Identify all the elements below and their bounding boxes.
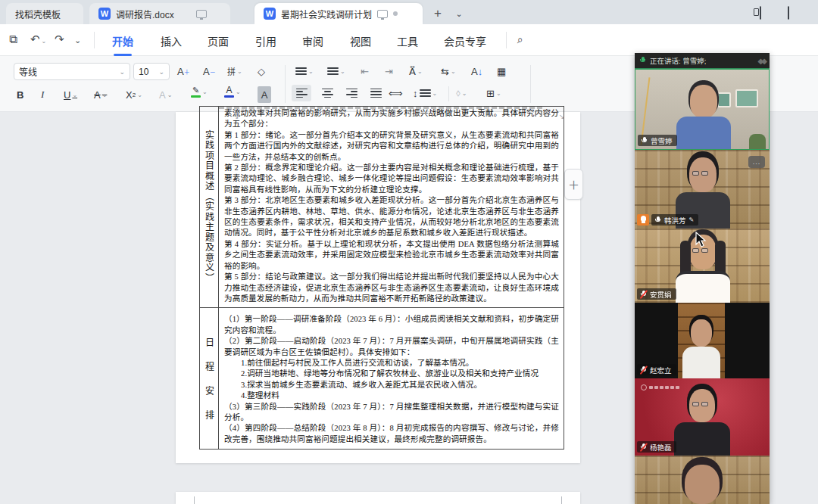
table-row[interactable]: 日程安排 （1）第一阶段——调研准备阶段（2023 年 6 月）：小组成员阅读相… bbox=[200, 308, 564, 449]
video-tile-zengxueting[interactable]: 曾雪婷 bbox=[635, 69, 770, 150]
menu-reference[interactable]: 引用 bbox=[251, 31, 281, 51]
margin-mark: ↘ bbox=[233, 113, 239, 120]
doc-paragraph: 第 5 部分：结论与政策建议。这一部分我们得出结论并提出新时代我们要坚持以人民为… bbox=[224, 272, 559, 304]
menu-member[interactable]: 会员专享 bbox=[439, 31, 491, 51]
font-size-select[interactable]: 10⌄ bbox=[133, 63, 170, 80]
table-row[interactable]: 实践项目概述（实践主题及意义） 素流动效率对共同富裕的影响研究，从而为实施乡村振… bbox=[200, 107, 564, 308]
tab-doc-report[interactable]: W 调研报告.docx bbox=[89, 3, 230, 24]
menu-home[interactable]: 开始 bbox=[108, 31, 138, 51]
quickbar-chevron-icon[interactable]: ⌄ bbox=[74, 33, 81, 45]
margin-mark: ↘ bbox=[559, 113, 565, 120]
integrations-cube-icon[interactable] bbox=[788, 7, 789, 19]
tab-list-chevron-icon[interactable]: ⌄ bbox=[450, 5, 468, 23]
increase-indent-icon[interactable]: ⇥ bbox=[385, 63, 393, 79]
tab-template-home[interactable]: 找稻壳模板 bbox=[6, 3, 83, 24]
clear-format-eraser-icon[interactable]: ◇ bbox=[258, 63, 265, 79]
insert-plus-button[interactable]: ＋ bbox=[564, 169, 583, 200]
new-tab-button[interactable]: + bbox=[429, 5, 447, 23]
video-tile-zhaohongli[interactable]: 赵宏立 bbox=[635, 303, 770, 378]
document-page-next[interactable] bbox=[176, 492, 580, 504]
align-right-button[interactable] bbox=[342, 85, 361, 101]
font-family-select[interactable]: 等线⌄ bbox=[14, 63, 130, 80]
wps-writer-icon: W bbox=[98, 8, 111, 20]
row-label-overview[interactable]: 实践项目概述（实践主题及意义） bbox=[200, 107, 219, 307]
char-scale-button[interactable]: A⃡⌄ bbox=[409, 63, 423, 79]
video-call-panel[interactable]: 正在讲话: 曾雪婷; ◆◆ 曾雪婷 ... 韩洪芳 ✎ bbox=[635, 53, 770, 504]
align-left-button[interactable] bbox=[292, 85, 311, 101]
doc-paragraph: 第 1 部分：绪论。这一部分首先介绍本文的研究背景及研究意义，从生态要素流动和共… bbox=[224, 130, 559, 163]
host-badge-icon bbox=[637, 214, 649, 226]
document-page[interactable]: 实践项目概述（实践主题及意义） 素流动效率对共同富裕的影响研究，从而为实施乡村振… bbox=[176, 112, 580, 463]
doc-paragraph: 2.调研当地耕地、绿地等分布情况和了解农牧林业、旅游业以及相关和支持产业情况 bbox=[224, 369, 559, 379]
char-shading-button[interactable]: A bbox=[258, 86, 271, 103]
font-color-button[interactable]: A⌄ bbox=[224, 83, 241, 100]
wall-art-decor bbox=[735, 89, 758, 107]
text-effect-button[interactable]: A⌄ bbox=[159, 86, 172, 103]
decrease-indent-icon[interactable]: ⇤ bbox=[361, 63, 369, 79]
redo-icon[interactable]: ↷ bbox=[55, 33, 64, 46]
distribute-button[interactable]: ⟺ bbox=[389, 85, 403, 101]
italic-button[interactable]: I bbox=[41, 86, 44, 103]
row-label-schedule[interactable]: 日程安排 bbox=[200, 308, 219, 449]
row-content-schedule[interactable]: （1）第一阶段——调研准备阶段（2023 年 6 月）：小组成员阅读相关文献和资… bbox=[219, 308, 564, 449]
ribbon-menu-bar: ⧉ ↶⌄ ↷ ⌄ 开始 插入 页面 引用 审阅 视图 工具 会员专享 ⌕ bbox=[0, 24, 818, 56]
video-tile-hanhongfang[interactable]: ... 韩洪芳 ✎ bbox=[635, 150, 770, 229]
wps-writer-icon: W bbox=[264, 8, 276, 20]
document-table[interactable]: 实践项目概述（实践主题及意义） 素流动效率对共同富裕的影响研究，从而为实施乡村振… bbox=[199, 106, 564, 450]
increase-font-button[interactable]: A＋ bbox=[177, 63, 190, 79]
ruler-icon[interactable]: ▦ bbox=[497, 63, 506, 79]
shading-bucket-button[interactable]: ⬨⌄ bbox=[456, 85, 467, 101]
tab-doc-plan[interactable]: W 暑期社会实践调研计划 bbox=[254, 3, 423, 24]
shared-monitor-icon bbox=[196, 10, 207, 18]
plant-decor bbox=[749, 134, 766, 149]
underline-button[interactable]: U⌄ bbox=[64, 86, 77, 103]
participant-name-chip: 曾雪婷 bbox=[638, 135, 677, 146]
participant-video bbox=[673, 389, 733, 456]
video-tile-yangyanlei[interactable]: 杨艳磊 bbox=[635, 378, 770, 456]
doc-paragraph: （1）第一阶段——调研准备阶段（2023 年 6 月）：小组成员阅读相关文献和资… bbox=[224, 314, 559, 336]
bullet-list-button[interactable]: ⌄ bbox=[295, 63, 314, 79]
pinyin-guide-button[interactable]: 拼⌄ bbox=[227, 63, 242, 79]
export-preview-icon[interactable]: ⧉ bbox=[9, 33, 17, 46]
menu-review[interactable]: 审阅 bbox=[298, 31, 328, 51]
menu-page[interactable]: 页面 bbox=[203, 31, 233, 51]
doc-paragraph: 素流动效率对共同富裕的影响研究，从而为实施乡村振兴战略做出更大贡献。具体研究内容… bbox=[224, 108, 559, 130]
align-justify-button[interactable] bbox=[366, 85, 386, 101]
menu-view[interactable]: 视图 bbox=[345, 31, 376, 51]
mouse-cursor bbox=[695, 232, 707, 248]
decrease-font-button[interactable]: A－ bbox=[203, 63, 216, 79]
speaker-name: 曾雪婷; bbox=[682, 57, 706, 65]
doc-paragraph: 3.探求当前城乡生态要素流动、城乡收入差距尤其是农民收入情况。 bbox=[224, 380, 559, 390]
highlight-color-button[interactable]: ✎⌄ bbox=[191, 83, 208, 100]
split-view-icon[interactable] bbox=[760, 7, 761, 19]
row-content-overview[interactable]: 素流动效率对共同富裕的影响研究，从而为实施乡村振兴战略做出更大贡献。具体研究内容… bbox=[219, 107, 564, 307]
line-spacing-button[interactable]: ↕⌄ bbox=[413, 85, 437, 101]
sort-button[interactable]: A↓ bbox=[471, 63, 482, 79]
shared-monitor-icon bbox=[377, 10, 388, 18]
tab-label: 找稻壳模板 bbox=[15, 8, 61, 20]
tab-label: 调研报告.docx bbox=[116, 8, 174, 20]
unsaved-dot-icon bbox=[393, 11, 398, 16]
meeting-app-logo-icon: ◆◆ bbox=[758, 57, 765, 65]
align-center-button[interactable] bbox=[317, 85, 337, 101]
participant-name-chip: 韩洪芳 ✎ bbox=[651, 214, 698, 226]
call-status-bar: 正在讲话: 曾雪婷; ◆◆ bbox=[635, 53, 770, 69]
video-tile-bottom-partial[interactable] bbox=[635, 456, 770, 504]
ribbon-search-icon[interactable]: ⌕ bbox=[517, 33, 523, 46]
text-direction-button[interactable]: ⇆⌄ bbox=[441, 63, 456, 79]
bold-button[interactable]: B bbox=[17, 86, 23, 103]
borders-button[interactable]: ⊞⌄ bbox=[486, 85, 501, 101]
mic-on-icon bbox=[654, 216, 661, 225]
rename-pen-icon[interactable]: ✎ bbox=[689, 216, 695, 223]
undo-icon[interactable]: ↶⌄ bbox=[30, 33, 46, 46]
numbered-list-button[interactable]: ⌄ bbox=[327, 63, 345, 79]
superscript-button[interactable]: X2⌄ bbox=[126, 86, 142, 103]
menu-tools[interactable]: 工具 bbox=[392, 31, 423, 51]
doc-paragraph: 1.前往佃起村与村民及工作人员进行交流和访谈，了解基本情况。 bbox=[224, 358, 559, 369]
tile-more-button[interactable]: ... bbox=[748, 156, 765, 168]
tab-label: 暑期社会实践调研计划 bbox=[281, 8, 372, 20]
portrait-video-strip bbox=[678, 303, 725, 378]
menu-insert[interactable]: 插入 bbox=[156, 31, 186, 51]
doc-paragraph: 第 2 部分：概念界定和理论介绍。这一部分主要内容是对相关概念和理论基础进行梳理… bbox=[224, 163, 559, 195]
strikethrough-button[interactable]: A⌄ bbox=[94, 86, 107, 103]
